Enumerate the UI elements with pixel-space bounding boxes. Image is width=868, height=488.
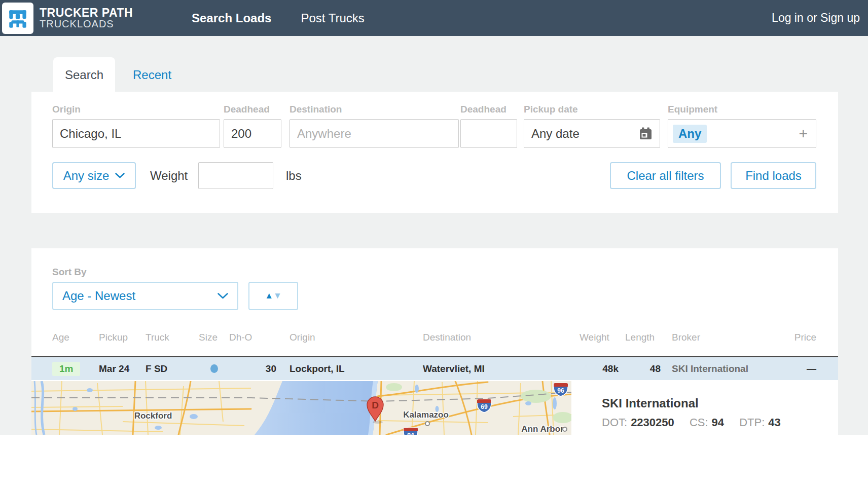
sort-order-toggle[interactable]: ▲ ▼ [248,282,298,310]
col-dh-o[interactable]: Dh-O [229,332,276,343]
sort-by-dropdown[interactable]: Age - Newest [52,282,238,310]
tab-search[interactable]: Search [53,57,115,93]
col-origin[interactable]: Origin [276,332,423,343]
cs-label: CS: [690,416,708,429]
brand-line2: TRUCKLOADS [40,19,133,29]
col-pickup[interactable]: Pickup [99,332,146,343]
load-detail-row: Rockford Kalamazoo Ann Arbor 69 [31,381,838,435]
plus-icon[interactable]: + [799,125,808,142]
cell-dh-o: 30 [229,363,276,374]
origin-field: Origin [52,104,220,148]
find-loads-button[interactable]: Find loads [731,162,816,189]
clear-all-filters-button[interactable]: Clear all filters [610,162,721,189]
sort-desc-icon: ▼ [273,291,282,301]
dtp-value: 43 [768,416,780,429]
destination-field: Destination [290,104,459,148]
map-city-label-ann-arbor: Ann Arbor [521,424,564,434]
equipment-field: Equipment Any + [668,104,816,148]
pickup-date-field: Pickup date Any date [524,104,660,148]
nav-links: Search Loads Post Trucks [192,0,365,36]
cell-weight: 48k [580,363,620,374]
broker-stats: DOT:2230250 CS:94 DTP:43 [602,416,838,429]
brand-text: TRUCKER PATH TRUCKLOADS [40,7,133,29]
dtp-label: DTP: [739,416,765,429]
origin-label: Origin [52,104,220,115]
sort-by-value: Age - Newest [62,289,135,303]
cell-truck: F SD [146,363,199,374]
equipment-chip-any[interactable]: Any [673,125,707,143]
deadhead-destination-field: Deadhead [460,104,517,148]
route-map[interactable]: Rockford Kalamazoo Ann Arbor 69 [31,381,571,435]
map-pin-label: D [372,400,379,410]
svg-text:94: 94 [407,432,414,435]
col-price[interactable]: Price [765,332,816,343]
sort-asc-icon: ▲ [265,291,273,301]
tab-recent[interactable]: Recent [133,57,171,92]
col-length[interactable]: Length [620,332,671,343]
pickup-date-value: Any date [531,127,580,141]
broker-name: SKI International [602,396,838,410]
broker-info-panel: SKI International DOT:2230250 CS:94 DTP:… [571,381,838,435]
weight-unit-label: lbs [286,162,302,189]
cell-origin: Lockport, IL [276,363,423,374]
brand-line1: TRUCKER PATH [40,7,133,19]
deadhead-destination-input[interactable] [460,119,517,148]
destination-input[interactable] [290,119,459,148]
trucker-path-logo-icon [6,7,29,30]
truck-size-dot-icon [210,364,218,373]
weight-input[interactable] [198,162,273,189]
col-broker[interactable]: Broker [671,332,765,343]
cell-pickup: Mar 24 [99,363,146,374]
col-destination[interactable]: Destination [423,332,580,343]
top-navbar: TRUCKER PATH TRUCKLOADS Search Loads Pos… [0,0,868,36]
svg-text:69: 69 [481,403,488,410]
pickup-date-input[interactable]: Any date [524,119,660,148]
results-table-header: Age Pickup Truck Size Dh-O Origin Destin… [31,332,838,343]
truckloads-app: TRUCKER PATH TRUCKLOADS Search Loads Pos… [0,0,868,488]
deadhead-origin-field: Deadhead [224,104,281,148]
cell-price: — [765,363,816,374]
interstate-94-shield: 94 [404,428,418,435]
deadhead-destination-label: Deadhead [460,104,517,115]
results-card: Sort By Age - Newest ▲ ▼ Age Pickup Truc… [31,248,838,435]
cs-value: 94 [712,416,724,429]
map-city-label-rockford: Rockford [134,411,172,421]
equipment-input[interactable]: Any + [668,119,816,148]
cell-destination: Watervliet, MI [423,363,580,374]
deadhead-origin-input[interactable] [224,119,281,148]
destination-label: Destination [290,104,459,115]
col-truck[interactable]: Truck [146,332,199,343]
col-weight[interactable]: Weight [580,332,620,343]
load-table-row[interactable]: 1m Mar 24 F SD 30 Lockport, IL Watervlie… [31,356,838,380]
any-size-value: Any size [63,169,110,183]
svg-text:96: 96 [557,387,564,394]
map-city-label-kalamazoo: Kalamazoo [403,410,449,420]
nav-item-post-trucks[interactable]: Post Trucks [301,11,364,25]
weight-label: Weight [150,162,188,189]
col-age[interactable]: Age [52,332,99,343]
deadhead-origin-label: Deadhead [224,104,281,115]
age-badge: 1m [52,362,80,376]
nav-item-search-loads[interactable]: Search Loads [192,11,271,25]
trucker-path-logo[interactable] [2,3,33,34]
search-filters-card: Origin Deadhead Destination Deadhead Pic… [31,92,838,213]
sort-by-label: Sort By [52,267,87,278]
origin-input[interactable] [52,119,220,148]
cell-length: 48 [620,363,671,374]
chevron-down-icon [115,173,125,178]
chevron-down-icon [218,293,228,299]
calendar-icon [639,127,653,140]
dot-value: 2230250 [631,416,674,429]
pickup-date-label: Pickup date [524,104,660,115]
col-size[interactable]: Size [199,332,229,343]
cell-broker: SKI International [671,363,765,374]
dot-label: DOT: [602,416,627,429]
any-size-dropdown[interactable]: Any size [52,162,136,189]
login-signup-link[interactable]: Log in or Sign up [772,11,860,25]
equipment-label: Equipment [668,104,816,115]
